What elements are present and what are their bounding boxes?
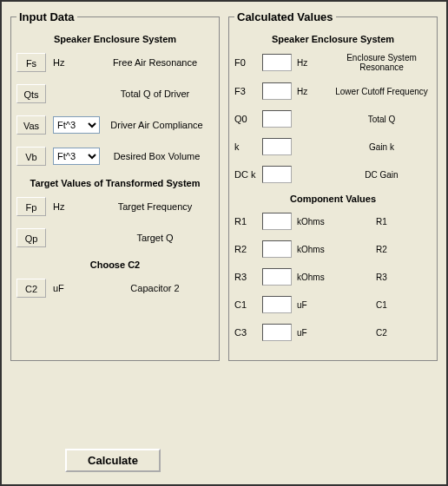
param-name-c2: C2 — [16, 279, 46, 298]
out-desc-r3: R3 — [333, 273, 432, 282]
out-value-c1 — [262, 296, 292, 313]
input-section3-heading: Choose C2 — [16, 259, 214, 270]
output-row-dck: DC k DC Gain — [234, 166, 432, 183]
out-name-f3: F3 — [234, 86, 260, 96]
output-row-r1: R1 kOhms R1 — [234, 213, 432, 230]
unit-c2: uF — [51, 283, 96, 293]
input-row-c2: C2 uF Capacitor 2 — [16, 279, 214, 298]
app-window: Input Data Speaker Enclosure System Fs H… — [0, 0, 448, 486]
param-name-fp: Fp — [16, 197, 46, 216]
out-desc-r2: R2 — [333, 245, 432, 254]
unit-vas-select[interactable]: Ft^3 — [53, 116, 100, 134]
output-row-f3: F3 Hz Lower Cutoff Frequency — [234, 82, 432, 100]
calculate-wrap: Calculate — [2, 449, 224, 472]
unit-vas-wrap: Ft^3 — [51, 116, 100, 134]
output-row-r2: R2 kOhms R2 — [234, 240, 432, 258]
out-name-c3: C3 — [234, 327, 260, 338]
output-row-c1: C1 uF C1 — [234, 296, 432, 313]
out-desc-f3: Lower Cutoff Frequency — [333, 87, 432, 96]
columns: Input Data Speaker Enclosure System Fs H… — [10, 10, 438, 361]
out-unit-r3: kOhms — [297, 273, 333, 282]
output-row-f0: F0 Hz Enclosure System Resonance — [234, 53, 432, 72]
output-row-k: k Gain k — [234, 138, 432, 155]
param-name-vas: Vas — [16, 115, 46, 135]
out-value-c3 — [262, 324, 292, 341]
input-row-vas: Vas Ft^3 Driver Air Compliance — [16, 115, 214, 135]
unit-fs: Hz — [51, 57, 96, 68]
out-value-f0 — [262, 54, 292, 71]
out-unit-f0: Hz — [297, 58, 333, 68]
out-value-dck — [262, 166, 292, 183]
out-name-k: k — [234, 141, 260, 152]
output-section1-heading: Speaker Enclosure System — [234, 34, 432, 44]
param-name-fs: Fs — [16, 53, 46, 72]
param-name-qts: Qts — [16, 84, 46, 103]
out-desc-c1: C1 — [333, 300, 432, 310]
out-name-q0: Q0 — [234, 114, 260, 124]
out-name-f0: F0 — [234, 57, 260, 68]
desc-fs: Free Air Resonance — [100, 57, 214, 68]
desc-vas: Driver Air Compliance — [103, 120, 214, 130]
out-value-r2 — [262, 240, 292, 258]
out-name-c1: C1 — [234, 299, 260, 310]
input-data-panel: Input Data Speaker Enclosure System Fs H… — [10, 10, 220, 361]
out-value-r3 — [262, 268, 292, 286]
desc-qts: Total Q of Driver — [100, 89, 214, 99]
output-legend: Calculated Values — [234, 10, 336, 23]
out-value-r1 — [262, 213, 292, 230]
out-unit-r2: kOhms — [297, 245, 333, 254]
unit-vb-wrap: Ft^3 — [51, 148, 100, 165]
out-value-q0 — [262, 110, 292, 128]
out-unit-r1: kOhms — [297, 217, 333, 227]
param-name-qp: Qp — [16, 228, 46, 247]
input-legend: Input Data — [16, 10, 77, 23]
output-section2-heading: Component Values — [234, 194, 432, 204]
input-row-qp: Qp Target Q — [16, 228, 214, 247]
out-unit-f3: Hz — [297, 87, 333, 96]
calculated-values-panel: Calculated Values Speaker Enclosure Syst… — [228, 10, 438, 361]
input-section2-heading: Target Values of Transformed System — [16, 178, 214, 188]
out-value-f3 — [262, 82, 292, 100]
unit-fp: Hz — [51, 201, 96, 212]
out-name-dck: DC k — [234, 169, 260, 180]
output-row-q0: Q0 Total Q — [234, 110, 432, 128]
out-desc-c3: C2 — [333, 328, 432, 338]
out-desc-q0: Total Q — [333, 115, 432, 124]
out-unit-c1: uF — [297, 300, 333, 310]
desc-fp: Target Frequency — [100, 201, 214, 212]
out-desc-r1: R1 — [333, 217, 432, 227]
input-row-fs: Fs Hz Free Air Resonance — [16, 53, 214, 72]
output-row-c3: C3 uF C2 — [234, 324, 432, 341]
out-name-r3: R3 — [234, 272, 260, 282]
out-desc-dck: DC Gain — [333, 170, 432, 180]
out-name-r2: R2 — [234, 244, 260, 254]
output-row-r3: R3 kOhms R3 — [234, 268, 432, 286]
input-section1-heading: Speaker Enclosure System — [16, 34, 214, 44]
calculate-button[interactable]: Calculate — [65, 449, 161, 472]
out-desc-k: Gain k — [333, 142, 432, 152]
param-name-vb: Vb — [16, 147, 46, 166]
desc-vb: Desired Box Volume — [103, 151, 214, 161]
desc-qp: Target Q — [100, 233, 214, 243]
input-row-fp: Fp Hz Target Frequency — [16, 197, 214, 216]
desc-c2: Capacitor 2 — [100, 283, 214, 293]
out-name-r1: R1 — [234, 216, 260, 227]
input-row-qts: Qts Total Q of Driver — [16, 84, 214, 103]
out-value-k — [262, 138, 292, 155]
input-row-vb: Vb Ft^3 Desired Box Volume — [16, 147, 214, 166]
out-desc-f0: Enclosure System Resonance — [333, 53, 432, 72]
out-unit-c3: uF — [297, 328, 333, 338]
unit-vb-select[interactable]: Ft^3 — [53, 148, 100, 165]
